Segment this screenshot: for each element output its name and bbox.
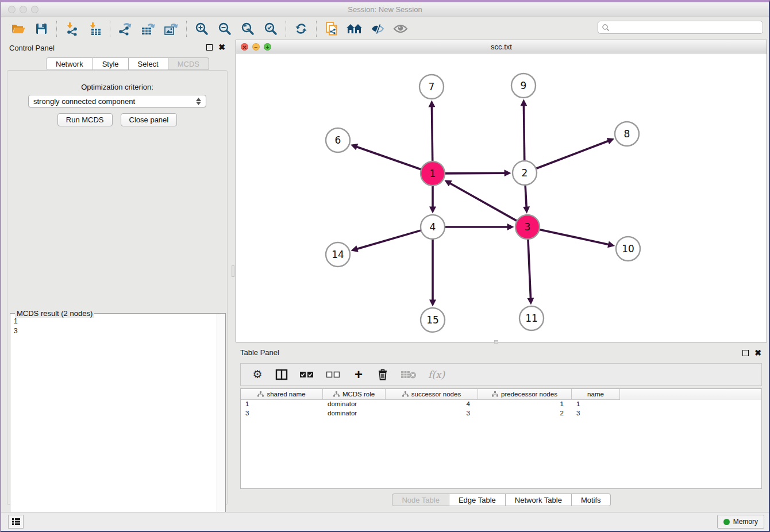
graph-node-14[interactable]: 14: [326, 242, 350, 267]
tab-select[interactable]: Select: [129, 57, 168, 70]
add-icon[interactable]: +: [352, 369, 365, 380]
graph-edge-1-2[interactable]: [445, 173, 506, 174]
split-columns-icon[interactable]: [275, 369, 288, 380]
table-cell[interactable]: 1: [478, 400, 572, 409]
houses-icon[interactable]: [343, 20, 366, 38]
export-image-icon[interactable]: [160, 20, 183, 38]
table-cell[interactable]: 2: [478, 409, 572, 418]
trash-icon[interactable]: [376, 368, 389, 381]
result-scrollbar[interactable]: [217, 314, 225, 529]
function-icon[interactable]: f(x): [428, 369, 445, 380]
graph-node-11[interactable]: 11: [519, 306, 544, 330]
zoom-selected-icon[interactable]: [259, 20, 282, 38]
table-cell[interactable]: 3: [241, 409, 323, 418]
import-table-icon[interactable]: [83, 20, 106, 38]
graph-node-7[interactable]: 7: [419, 75, 444, 99]
graph-edge-1-7[interactable]: [432, 106, 432, 161]
save-session-icon[interactable]: [30, 20, 53, 38]
close-panel-icon[interactable]: ✖: [754, 350, 761, 356]
delete-table-icon[interactable]: [401, 370, 417, 379]
table-cell[interactable]: 4: [386, 400, 478, 409]
copy-network-icon[interactable]: [320, 20, 343, 38]
select-all-icon[interactable]: [299, 371, 314, 378]
table-header-row: shared nameMCDS rolesuccessor nodesprede…: [241, 389, 761, 400]
graph-node-15[interactable]: 15: [421, 308, 445, 332]
criterion-dropdown[interactable]: strongly connected component: [28, 95, 206, 107]
close-panel-icon[interactable]: ✖: [218, 44, 225, 51]
table-panel-tabs: Node TableEdge TableNetwork TableMotifs: [236, 494, 767, 506]
column-header-mcds-role[interactable]: MCDS role: [323, 389, 386, 400]
apply-layout-icon[interactable]: [290, 20, 313, 38]
zoom-in-icon[interactable]: [190, 20, 213, 38]
table-cell[interactable]: 1: [572, 400, 620, 409]
tab-network[interactable]: Network: [46, 57, 93, 70]
divider-grip[interactable]: [232, 265, 234, 277]
graph-edge-2-8[interactable]: [536, 141, 610, 169]
tab-style[interactable]: Style: [93, 57, 129, 70]
tab-node-table[interactable]: Node Table: [392, 494, 449, 506]
memory-button[interactable]: Memory: [717, 515, 764, 529]
graph-edge-2-3[interactable]: [525, 185, 526, 208]
svg-text:11: 11: [525, 313, 538, 324]
column-header-name[interactable]: name: [572, 389, 620, 400]
table-cell[interactable]: 1: [241, 400, 323, 409]
panel-divider[interactable]: [231, 40, 236, 508]
run-mcds-button[interactable]: Run MCDS: [57, 113, 113, 126]
svg-text:1: 1: [430, 168, 436, 179]
zoom-fit-icon[interactable]: [236, 20, 259, 38]
graph-edge-3-1[interactable]: [449, 183, 517, 221]
graph-edge-4-14[interactable]: [356, 230, 421, 249]
zoom-out-icon[interactable]: [213, 20, 236, 38]
open-session-icon[interactable]: [7, 20, 30, 38]
deselect-all-icon[interactable]: [326, 371, 341, 378]
optimization-criterion-label: Optimization criterion:: [7, 83, 227, 91]
graph-node-8[interactable]: 8: [615, 122, 639, 146]
tab-motifs[interactable]: Motifs: [572, 494, 611, 506]
search-field[interactable]: [598, 21, 763, 34]
float-panel-icon[interactable]: [206, 44, 213, 51]
window-resize-grip[interactable]: [494, 340, 498, 344]
table-row[interactable]: 1dominator411: [241, 400, 761, 409]
column-header-successor-nodes[interactable]: successor nodes: [386, 389, 478, 400]
table-cell[interactable]: dominator: [323, 409, 386, 418]
network-canvas[interactable]: 7968124314101511: [236, 53, 767, 342]
main-toolbar: [1, 18, 769, 39]
graph-edge-2-9[interactable]: [523, 105, 524, 161]
node-table: shared nameMCDS rolesuccessor nodesprede…: [240, 388, 762, 489]
close-panel-button[interactable]: Close panel: [121, 113, 178, 126]
tab-mcds[interactable]: MCDS: [168, 57, 209, 70]
graph-node-3[interactable]: 3: [515, 215, 540, 239]
eye-slash-icon[interactable]: [366, 20, 389, 38]
tab-edge-table[interactable]: Edge Table: [449, 494, 506, 506]
gear-icon[interactable]: ⚙: [251, 369, 264, 380]
graph-node-10[interactable]: 10: [616, 237, 640, 261]
tab-network-table[interactable]: Network Table: [506, 494, 572, 506]
graph-node-9[interactable]: 9: [511, 74, 536, 98]
graph-node-6[interactable]: 6: [326, 128, 350, 152]
graph-edge-1-6[interactable]: [356, 147, 421, 169]
search-input[interactable]: [610, 22, 763, 33]
graph-node-4[interactable]: 4: [421, 215, 445, 239]
table-panel-title: Table Panel: [240, 348, 279, 357]
network-window-titlebar[interactable]: ✕ − + scc.txt: [236, 40, 767, 53]
table-cell[interactable]: 3: [572, 409, 620, 418]
export-table-icon[interactable]: [137, 20, 160, 38]
graph-node-2[interactable]: 2: [513, 161, 537, 185]
memory-label: Memory: [733, 518, 758, 526]
graph-node-1[interactable]: 1: [421, 161, 445, 186]
column-header-predecessor-nodes[interactable]: predecessor nodes: [478, 389, 572, 400]
import-network-icon[interactable]: [60, 20, 83, 38]
eye-icon[interactable]: [389, 20, 412, 38]
table-cell[interactable]: 3: [386, 409, 478, 418]
task-history-button[interactable]: [8, 515, 24, 529]
graph-edge-3-11[interactable]: [528, 239, 531, 299]
table-row[interactable]: 3dominator323: [241, 409, 761, 418]
memory-status-icon: [723, 519, 730, 525]
export-network-icon[interactable]: [114, 20, 137, 38]
float-panel-icon[interactable]: [742, 350, 749, 356]
criterion-value: strongly connected component: [33, 97, 135, 106]
mcds-result-list[interactable]: 1 3: [13, 315, 216, 528]
graph-edge-3-10[interactable]: [540, 229, 610, 245]
table-cell[interactable]: dominator: [323, 400, 386, 409]
column-header-shared-name[interactable]: shared name: [241, 389, 323, 400]
